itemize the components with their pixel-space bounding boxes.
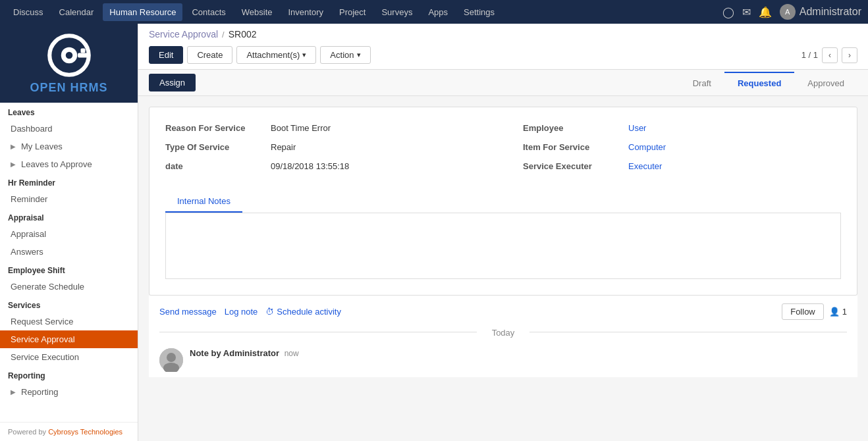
- message-section: Send message Log note ⏱ Schedule activit…: [149, 296, 857, 377]
- breadcrumb-link[interactable]: Service Approval: [149, 29, 218, 39]
- sidebar-item-generate-schedule[interactable]: Generate Schedule: [0, 278, 138, 296]
- svg-point-6: [167, 353, 176, 362]
- admin-avatar: A: [780, 4, 796, 20]
- nav-website[interactable]: Website: [235, 3, 279, 21]
- log-note-button[interactable]: Log note: [225, 307, 258, 317]
- status-approved[interactable]: Approved: [794, 72, 857, 93]
- sidebar-item-appraisal[interactable]: Appraisal: [0, 225, 138, 243]
- next-page-button[interactable]: ›: [842, 47, 857, 63]
- main-layout: OPEN HRMS Leaves Dashboard ▶ My Leaves ▶…: [0, 24, 868, 441]
- nav-settings[interactable]: Settings: [457, 3, 501, 21]
- section-appraisal: Appraisal: [0, 208, 138, 225]
- nav-human-resource[interactable]: Human Resource: [103, 3, 182, 21]
- toolbar-area: Service Approval / SR002 Edit Create Att…: [138, 24, 868, 70]
- section-reporting: Reporting: [0, 366, 138, 383]
- logo-area: OPEN HRMS: [0, 24, 138, 103]
- assign-button[interactable]: Assign: [149, 74, 196, 91]
- admin-menu[interactable]: A Administrator: [780, 4, 861, 20]
- sidebar: OPEN HRMS Leaves Dashboard ▶ My Leaves ▶…: [0, 24, 138, 441]
- help-icon[interactable]: ◯: [722, 6, 734, 18]
- section-hr-reminder: Hr Reminder: [0, 173, 138, 190]
- field-date-value: 09/18/2018 13:55:18: [271, 161, 483, 171]
- tab-bar: Internal Notes: [165, 191, 841, 213]
- field-type-value: Repair: [271, 142, 483, 152]
- nav-discuss[interactable]: Discuss: [7, 3, 50, 21]
- breadcrumb-separator: /: [222, 30, 225, 39]
- field-type-label: Type Of Service: [165, 142, 271, 152]
- clock-icon: ⏱: [265, 307, 274, 317]
- nav-contacts[interactable]: Contacts: [185, 3, 232, 21]
- sidebar-item-dashboard[interactable]: Dashboard: [0, 120, 138, 138]
- status-draft[interactable]: Draft: [680, 72, 724, 93]
- notification-icon[interactable]: 🔔: [759, 6, 772, 18]
- follower-count: 👤 1: [829, 307, 847, 317]
- footer-company-link[interactable]: Cybrosys Technologies: [48, 428, 122, 436]
- avatar-icon: [159, 348, 183, 372]
- prev-page-button[interactable]: ‹: [822, 47, 838, 63]
- action-button[interactable]: Action: [320, 46, 370, 64]
- note-author: Note by Administrator: [190, 348, 279, 358]
- sidebar-item-my-leaves[interactable]: ▶ My Leaves: [0, 138, 138, 155]
- breadcrumb-current: SR002: [229, 29, 257, 39]
- form-fields: Reason For Service Boot Time Error Type …: [165, 123, 841, 180]
- field-executer-value[interactable]: Executer: [628, 161, 841, 171]
- sidebar-item-label: My Leaves: [21, 142, 63, 151]
- attachments-button[interactable]: Attachment(s): [236, 46, 316, 64]
- nav-project[interactable]: Project: [333, 3, 372, 21]
- nav-items: Discuss Calendar Human Resource Contacts…: [7, 3, 722, 21]
- nav-surveys[interactable]: Surveys: [375, 3, 419, 21]
- follow-button[interactable]: Follow: [782, 303, 824, 320]
- sidebar-item-service-execution[interactable]: Service Execution: [0, 348, 138, 366]
- form-left-column: Reason For Service Boot Time Error Type …: [165, 123, 483, 180]
- field-employee-value[interactable]: User: [628, 123, 841, 133]
- section-employee-shift: Employee Shift: [0, 261, 138, 278]
- status-bar: Assign Draft Requested Approved: [138, 70, 868, 96]
- field-item-value[interactable]: Computer: [628, 142, 841, 152]
- admin-name: Administrator: [800, 6, 861, 18]
- chevron-icon: ▶: [11, 143, 16, 150]
- field-item-label: Item For Service: [523, 142, 628, 152]
- sidebar-item-reminder[interactable]: Reminder: [0, 190, 138, 208]
- top-navigation: Discuss Calendar Human Resource Contacts…: [0, 0, 868, 24]
- chevron-icon: ▶: [11, 161, 16, 168]
- message-toolbar: Send message Log note ⏱ Schedule activit…: [159, 303, 847, 320]
- chat-icon[interactable]: ✉: [742, 6, 751, 18]
- sidebar-item-label: Leaves to Approve: [21, 159, 92, 169]
- person-icon: 👤: [829, 307, 840, 317]
- send-message-button[interactable]: Send message: [159, 307, 217, 317]
- sidebar-item-label: Answers: [11, 247, 43, 257]
- field-reason-value: Boot Time Error: [271, 123, 483, 133]
- tab-internal-notes[interactable]: Internal Notes: [165, 191, 242, 213]
- nav-inventory[interactable]: Inventory: [281, 3, 329, 21]
- sidebar-item-request-service[interactable]: Request Service: [0, 313, 138, 330]
- nav-apps[interactable]: Apps: [421, 3, 454, 21]
- status-steps: Draft Requested Approved: [680, 72, 857, 93]
- pagination: 1 / 1 ‹ ›: [801, 47, 857, 63]
- section-leaves: Leaves: [0, 103, 138, 120]
- toolbar-row: Edit Create Attachment(s) Action 1 / 1 ‹…: [149, 42, 857, 69]
- schedule-activity-button[interactable]: ⏱ Schedule activity: [265, 307, 341, 317]
- field-executer: Service Executer Executer: [523, 161, 841, 171]
- note-avatar: [159, 348, 183, 372]
- field-date: date 09/18/2018 13:55:18: [165, 161, 483, 171]
- edit-button[interactable]: Edit: [149, 46, 183, 64]
- nav-calendar[interactable]: Calendar: [53, 3, 101, 21]
- sidebar-item-reporting[interactable]: ▶ Reporting: [0, 383, 138, 401]
- sidebar-item-service-approval[interactable]: Service Approval: [0, 330, 138, 348]
- sidebar-item-label: Generate Schedule: [11, 282, 84, 292]
- breadcrumb: Service Approval / SR002: [149, 24, 857, 42]
- sidebar-item-label: Reporting: [21, 387, 58, 397]
- sidebar-footer: Powered by Cybrosys Technologies: [0, 422, 138, 441]
- svg-point-2: [65, 51, 72, 59]
- create-button[interactable]: Create: [187, 46, 232, 64]
- status-requested[interactable]: Requested: [724, 72, 794, 93]
- sidebar-item-leaves-to-approve[interactable]: ▶ Leaves to Approve: [0, 155, 138, 173]
- field-date-label: date: [165, 161, 271, 171]
- field-executer-label: Service Executer: [523, 161, 628, 171]
- chevron-icon: ▶: [11, 388, 16, 396]
- sidebar-item-label: Service Execution: [11, 352, 79, 362]
- sidebar-item-answers[interactable]: Answers: [0, 243, 138, 261]
- form-area: Reason For Service Boot Time Error Type …: [138, 96, 868, 441]
- sidebar-item-label: Appraisal: [11, 229, 46, 239]
- logo-icon: [46, 32, 92, 78]
